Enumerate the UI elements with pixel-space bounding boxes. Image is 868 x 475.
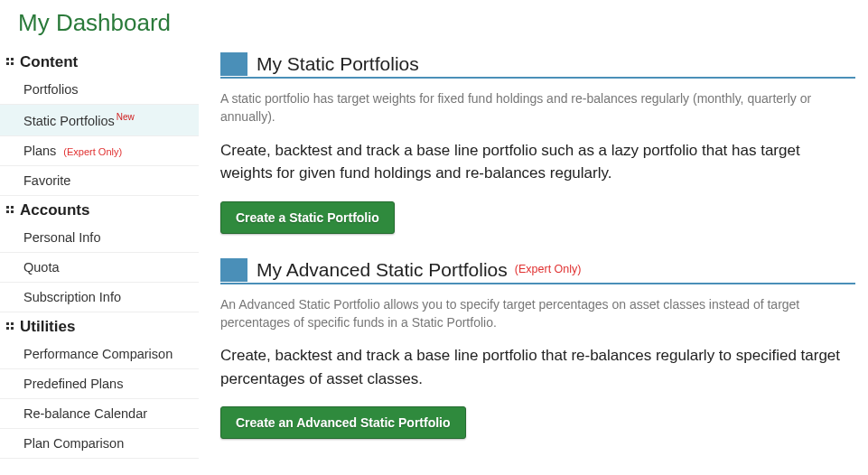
create-advanced-static-portfolio-button[interactable]: Create an Advanced Static Portfolio — [220, 406, 466, 439]
panel-description: A static portfolio has target weights fo… — [220, 89, 855, 126]
sidebar-item-subscription-info[interactable]: Subscription Info — [0, 283, 199, 312]
layout: Content Portfolios Static PortfoliosNew … — [0, 42, 868, 462]
svg-rect-5 — [11, 206, 14, 209]
svg-rect-1 — [11, 58, 14, 61]
nav-label: Personal Info — [23, 230, 100, 245]
svg-rect-0 — [6, 58, 9, 61]
sidebar-item-portfolios[interactable]: Portfolios — [0, 75, 199, 105]
nav-label: Static Portfolios — [23, 114, 115, 128]
svg-rect-7 — [11, 210, 14, 213]
nav-label: Quota — [23, 260, 60, 275]
sidebar-item-quota[interactable]: Quota — [0, 253, 199, 283]
expert-only-badge: (Expert Only) — [63, 146, 122, 157]
panel-header: My Advanced Static Portfolios (Expert On… — [220, 257, 855, 284]
sidebar-item-static-portfolios[interactable]: Static PortfoliosNew — [0, 105, 199, 136]
nav-label: Performance Comparison — [23, 347, 173, 361]
sidebar-item-personal-info[interactable]: Personal Info — [0, 223, 199, 253]
svg-rect-10 — [6, 327, 9, 330]
panel-title: My Advanced Static Portfolios — [257, 257, 508, 283]
panel-header: My Static Portfolios — [220, 51, 855, 79]
panel-header-square-icon — [220, 258, 247, 282]
svg-rect-2 — [6, 62, 9, 65]
nav-label: Plan Comparison — [23, 436, 124, 451]
create-static-portfolio-button[interactable]: Create a Static Portfolio — [220, 201, 395, 234]
page-title: My Dashboard — [0, 0, 868, 42]
panel-lead: Create, backtest and track a base line p… — [220, 139, 855, 185]
nav-label: Portfolios — [23, 82, 78, 97]
panel-static-portfolios: My Static Portfolios A static portfolio … — [220, 51, 855, 234]
sidebar-item-plan-comparison[interactable]: Plan Comparison — [0, 429, 199, 459]
svg-rect-3 — [11, 62, 14, 65]
nav-label: Subscription Info — [23, 290, 121, 304]
new-badge: New — [117, 112, 135, 122]
sidebar: Content Portfolios Static PortfoliosNew … — [0, 42, 199, 459]
panel-header-square-icon — [220, 52, 247, 76]
nav-label: Plans — [23, 144, 56, 158]
grid-icon — [5, 205, 16, 216]
svg-rect-6 — [6, 210, 9, 213]
sidebar-item-predefined-plans[interactable]: Predefined Plans — [0, 369, 199, 399]
sidebar-section-accounts: Accounts — [0, 196, 199, 223]
svg-rect-4 — [6, 206, 9, 209]
sidebar-section-label: Utilities — [20, 318, 75, 336]
panel-lead: Create, backtest and track a base line p… — [220, 344, 855, 390]
sidebar-section-content: Content — [0, 48, 199, 75]
sidebar-section-label: Accounts — [20, 201, 89, 219]
svg-rect-8 — [6, 322, 9, 325]
panel-description: An Advanced Static Portfolio allows you … — [220, 295, 855, 332]
nav-label: Predefined Plans — [23, 377, 123, 391]
sidebar-item-rebalance-calendar[interactable]: Re-balance Calendar — [0, 399, 199, 429]
svg-rect-9 — [11, 322, 14, 325]
nav-label: Re-balance Calendar — [23, 406, 147, 421]
grid-icon — [5, 57, 16, 68]
sidebar-section-label: Content — [20, 53, 78, 71]
grid-icon — [5, 321, 16, 332]
sidebar-item-performance-comparison[interactable]: Performance Comparison — [0, 340, 199, 369]
sidebar-item-plans[interactable]: Plans (Expert Only) — [0, 136, 199, 166]
sidebar-section-utilities: Utilities — [0, 312, 199, 340]
main-content: My Static Portfolios A static portfolio … — [199, 42, 868, 462]
expert-only-badge: (Expert Only) — [515, 263, 582, 277]
panel-title: My Static Portfolios — [257, 51, 419, 77]
nav-label: Favorite — [23, 173, 70, 188]
panel-advanced-static-portfolios: My Advanced Static Portfolios (Expert On… — [220, 257, 855, 440]
svg-rect-11 — [11, 327, 14, 330]
sidebar-item-favorite[interactable]: Favorite — [0, 166, 199, 196]
